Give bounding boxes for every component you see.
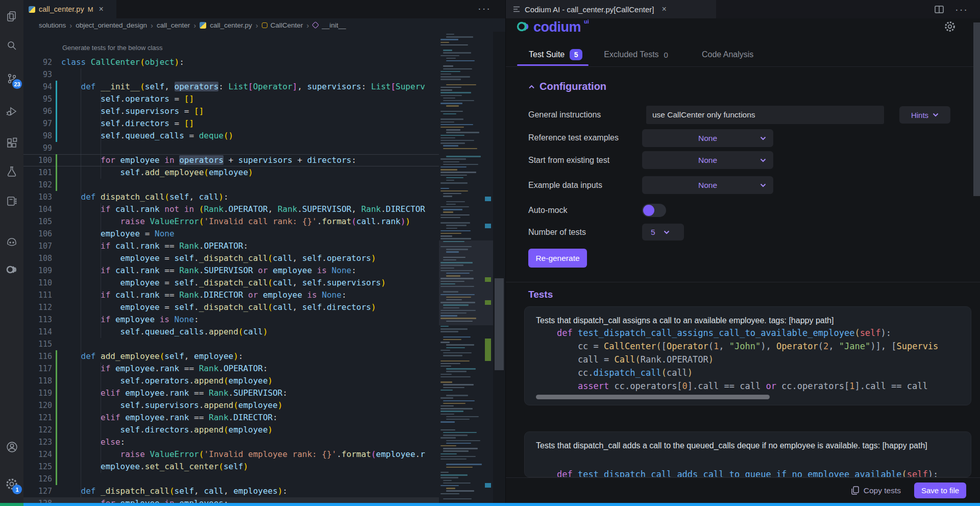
- code-line[interactable]: 93: [23, 68, 440, 81]
- code-line[interactable]: 121 elif employee.rank == Rank.DIRECTOR:: [23, 412, 440, 424]
- re-generate-button[interactable]: Re-generate: [528, 249, 587, 268]
- breadcrumb-item[interactable]: __init__: [322, 21, 346, 29]
- code-line[interactable]: 101 self.add_employee(employee): [23, 166, 440, 179]
- codium-icon[interactable]: [0, 259, 23, 280]
- reference-test-examples-select[interactable]: None: [642, 129, 773, 147]
- breadcrumb-item[interactable]: CallCenter: [271, 21, 303, 29]
- list-icon: [513, 6, 520, 12]
- editor-tab[interactable]: call_center.py M ×: [23, 0, 116, 18]
- tab-test-suite[interactable]: Test Suite 5: [529, 49, 582, 60]
- close-icon[interactable]: ×: [662, 5, 666, 14]
- code-line[interactable]: 113 if employee is None:: [23, 314, 440, 326]
- code-line[interactable]: 119 elif employee.rank == Rank.SUPERVISO…: [23, 387, 440, 399]
- code-line[interactable]: 120 self.supervisors.append(employee): [23, 399, 440, 412]
- code-line[interactable]: 116 def add_employee(self, employee):: [23, 350, 440, 363]
- code-line[interactable]: 100 for employee in operators + supervis…: [23, 154, 440, 166]
- minimap-slider[interactable]: [439, 240, 493, 325]
- code-line[interactable]: 126: [23, 473, 440, 485]
- code-line[interactable]: 112 employee = self._dispatch_call(call,…: [23, 301, 440, 314]
- code-line[interactable]: 97 self.directors = []: [23, 117, 440, 130]
- code-line[interactable]: 98 self.queued_calls = deque(): [23, 130, 440, 142]
- code-line[interactable]: 127 def _dispatch_call(self, call, emplo…: [23, 485, 440, 497]
- panel-scrollbar-thumb[interactable]: [973, 22, 980, 196]
- code-line[interactable]: 118 self.operators.append(employee): [23, 375, 440, 387]
- test-card[interactable]: Tests that dispatch_call assigns a call …: [524, 306, 971, 405]
- status-bar-main[interactable]: [23, 503, 980, 506]
- editor-more-actions-icon[interactable]: ···: [478, 3, 491, 14]
- code-line[interactable]: 108 employee = self._dispatch_call(call,…: [23, 252, 440, 264]
- code-line[interactable]: 125 employee.set_call_center(self): [23, 461, 440, 473]
- account-icon[interactable]: [0, 437, 23, 457]
- code-line[interactable]: 92class CallCenter(object):: [23, 56, 440, 68]
- minimap[interactable]: [439, 32, 493, 503]
- code-line[interactable]: 99: [23, 142, 440, 154]
- overview-ruler-mark: [485, 224, 491, 228]
- extensions-icon[interactable]: [0, 133, 23, 153]
- codelens-generate-tests[interactable]: Generate tests for the below class: [62, 44, 163, 52]
- code-line[interactable]: 105 raise ValueError('Invalid call rank:…: [23, 215, 440, 228]
- panel-more-actions-icon[interactable]: ···: [955, 4, 968, 15]
- auto-mock-toggle[interactable]: [642, 204, 666, 217]
- test-beaker-icon[interactable]: [0, 161, 23, 182]
- vscode-window: 23 1 Generate: [0, 0, 980, 506]
- chevron-down-icon: [760, 136, 766, 140]
- code-line[interactable]: 106 employee = None: [23, 228, 440, 240]
- code-line[interactable]: 94 def __init__(self, operators: List[Op…: [23, 81, 440, 93]
- breadcrumb-item[interactable]: call_center.py: [210, 21, 252, 29]
- general-instructions-input[interactable]: use CallCenter only functions: [646, 106, 884, 124]
- breadcrumb-item[interactable]: solutions: [39, 21, 66, 29]
- code-line[interactable]: 107 if call.rank == Rank.OPERATOR:: [23, 240, 440, 252]
- horizontal-scrollbar[interactable]: [536, 395, 770, 399]
- save-to-file-button[interactable]: Save to file: [914, 483, 966, 498]
- code-line[interactable]: 95 self.operators = []: [23, 93, 440, 105]
- active-tab-underline: [517, 64, 589, 66]
- code-line[interactable]: 103 def dispatch_call(self, call):: [23, 191, 440, 203]
- excluded-count: 0: [664, 51, 668, 59]
- configuration-section-header[interactable]: Configuration: [528, 81, 606, 92]
- search-icon[interactable]: [0, 36, 23, 56]
- code-line[interactable]: 110 employee = self._dispatch_call(call,…: [23, 277, 440, 289]
- hints-dropdown[interactable]: Hints: [899, 106, 950, 124]
- close-icon[interactable]: ×: [99, 5, 104, 14]
- chevron-up-icon: [528, 85, 535, 89]
- code-line[interactable]: 122 self.directors.append(employee): [23, 424, 440, 436]
- example-data-inputs-select[interactable]: None: [642, 176, 773, 194]
- tab-code-analysis[interactable]: Code Analysis: [702, 50, 753, 59]
- breadcrumb-item[interactable]: object_oriented_design: [76, 21, 147, 29]
- code-line[interactable]: 104 if call.rank not in (Rank.OPERATOR, …: [23, 203, 440, 215]
- remote-indicator[interactable]: [0, 503, 23, 506]
- code-line[interactable]: 96 self.supervisors = []: [23, 105, 440, 117]
- source-control-icon[interactable]: 23: [0, 68, 23, 89]
- number-of-tests-select[interactable]: 5: [642, 224, 684, 240]
- chevron-down-icon: [933, 113, 939, 117]
- code-line[interactable]: 111 if call.rank == Rank.DIRECTOR or emp…: [23, 289, 440, 301]
- code-line[interactable]: 123 else:: [23, 436, 440, 448]
- vertical-scrollbar-thumb[interactable]: [495, 278, 504, 370]
- code-line[interactable]: 109 if call.rank == Rank.SUPERVISOR or e…: [23, 264, 440, 277]
- settings-gear-icon[interactable]: 1: [0, 474, 23, 494]
- copy-tests-button[interactable]: Copy tests: [851, 486, 901, 495]
- start-from-existing-test-select[interactable]: None: [642, 151, 773, 169]
- code-line[interactable]: 102: [23, 179, 440, 191]
- code-editor[interactable]: 92class CallCenter(object):9394 def __in…: [23, 56, 440, 503]
- code-line[interactable]: 128 for employee in employees:: [23, 497, 440, 503]
- explorer-icon[interactable]: [0, 6, 23, 27]
- panel-tab[interactable]: Codium AI - call_center.py[CallCenter] ×: [506, 0, 716, 18]
- panel-settings-gear-icon[interactable]: [944, 20, 956, 35]
- run-debug-icon[interactable]: [0, 101, 23, 122]
- breadcrumb[interactable]: solutions›object_oriented_design›call_ce…: [23, 18, 442, 32]
- breadcrumb-item[interactable]: call_center: [157, 21, 190, 29]
- class-icon: [262, 22, 267, 28]
- code-line[interactable]: 115: [23, 338, 440, 350]
- split-editor-icon[interactable]: [935, 6, 944, 13]
- test-card[interactable]: Tests that dispatch_call adds a call to …: [524, 431, 971, 477]
- tab-excluded-tests[interactable]: Excluded Tests 0: [604, 50, 668, 59]
- notebook-icon[interactable]: [0, 191, 23, 211]
- code-line[interactable]: 114 self.queued_calls.append(call): [23, 326, 440, 338]
- overview-ruler-mark: [485, 197, 491, 201]
- chevron-down-icon: [760, 183, 766, 187]
- code-line[interactable]: 124 raise ValueError('Invalid employee r…: [23, 448, 440, 461]
- start-from-existing-test-label: Start from existing test: [528, 156, 609, 165]
- code-line[interactable]: 117 if employee.rank == Rank.OPERATOR:: [23, 363, 440, 375]
- copilot-icon[interactable]: [0, 232, 23, 252]
